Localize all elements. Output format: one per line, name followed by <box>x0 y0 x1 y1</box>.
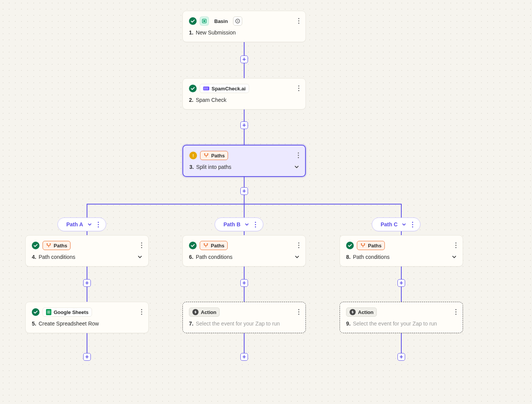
step-title: Split into paths <box>196 164 232 170</box>
status-warning-icon <box>189 152 197 159</box>
step-card-3-selected[interactable]: Paths 3.Split into paths <box>182 145 306 177</box>
paths-icon <box>203 243 209 248</box>
step-card-4[interactable]: Paths 4.Path conditions <box>25 235 149 267</box>
status-ok-icon <box>189 17 197 25</box>
step-menu-button[interactable] <box>296 151 300 160</box>
add-step-button[interactable]: + <box>240 279 248 287</box>
connector <box>401 231 402 235</box>
path-pill-c[interactable]: Path C <box>372 218 420 231</box>
step-number: 5. <box>32 321 36 327</box>
add-step-button[interactable]: + <box>83 279 91 287</box>
trigger-icon <box>233 16 242 26</box>
chevron-down-icon[interactable] <box>451 254 457 260</box>
add-step-button[interactable]: + <box>240 187 248 195</box>
step-title: Create Spreadsheet Row <box>39 321 99 327</box>
step-number: 4. <box>32 254 36 260</box>
step-menu-button[interactable] <box>140 307 144 316</box>
action-bolt-icon <box>350 309 356 315</box>
status-ok-icon <box>189 85 197 92</box>
app-chip: Google Sheets <box>43 307 92 317</box>
step-menu-button[interactable] <box>454 307 458 316</box>
step-number: 6. <box>189 254 194 260</box>
paths-chip: Paths <box>200 241 228 250</box>
svg-rect-3 <box>193 154 194 156</box>
step-title: Path conditions <box>196 254 233 260</box>
chevron-down-icon[interactable] <box>294 164 300 170</box>
add-step-button[interactable]: + <box>397 279 405 287</box>
add-step-button[interactable]: + <box>240 56 248 63</box>
add-step-button[interactable]: + <box>240 121 248 129</box>
basin-app-icon <box>200 16 209 26</box>
step-number: 8. <box>346 254 351 260</box>
step-number: 3. <box>189 164 194 170</box>
step-number: 1. <box>189 29 194 36</box>
step-placeholder: Select the event for your Zap to run <box>196 321 280 327</box>
paths-icon <box>204 153 209 158</box>
app-chip: Basin <box>212 16 230 26</box>
path-label: Path B <box>223 221 240 227</box>
app-chip: SpamCheck.ai <box>200 84 249 93</box>
step-card-2[interactable]: SpamCheck.ai 2.Spam Check <box>182 78 306 110</box>
path-label: Path A <box>66 221 83 227</box>
step-title: New Submission <box>196 29 236 36</box>
chevron-down-icon[interactable] <box>137 254 143 260</box>
step-menu-button[interactable] <box>140 241 144 250</box>
path-menu-button[interactable] <box>410 220 415 229</box>
chevron-down-icon[interactable] <box>401 222 407 227</box>
paths-icon <box>360 243 366 248</box>
connector <box>244 231 245 235</box>
step-menu-button[interactable] <box>297 16 301 25</box>
add-step-button[interactable]: + <box>397 353 405 361</box>
step-card-9-empty[interactable]: Action 9.Select the event for your Zap t… <box>340 302 463 333</box>
step-card-5[interactable]: Google Sheets 5.Create Spreadsheet Row <box>25 302 149 333</box>
step-title: Spam Check <box>196 97 227 103</box>
paths-chip: Paths <box>357 241 385 250</box>
step-menu-button[interactable] <box>297 241 301 250</box>
connector <box>87 231 87 235</box>
paths-chip: Paths <box>43 241 71 250</box>
path-pill-a[interactable]: Path A <box>57 218 106 231</box>
chevron-down-icon[interactable] <box>87 222 92 227</box>
path-menu-button[interactable] <box>96 220 100 229</box>
step-menu-button[interactable] <box>297 84 301 93</box>
action-bolt-icon <box>192 309 199 315</box>
step-number: 9. <box>346 321 351 327</box>
step-card-7-empty[interactable]: Action 7.Select the event for your Zap t… <box>182 302 306 333</box>
status-ok-icon <box>346 242 354 249</box>
step-title: Path conditions <box>353 254 390 260</box>
connector <box>87 204 87 218</box>
paths-chip: Paths <box>200 151 228 160</box>
path-label: Path C <box>381 221 397 227</box>
status-ok-icon <box>32 242 39 249</box>
chevron-down-icon[interactable] <box>244 222 250 227</box>
svg-rect-1 <box>204 20 205 22</box>
step-placeholder: Select the event for your Zap to run <box>353 321 437 327</box>
step-card-1[interactable]: Basin 1.New Submission <box>182 11 306 42</box>
path-menu-button[interactable] <box>253 220 258 229</box>
add-step-button[interactable]: + <box>240 353 248 361</box>
spamcheck-app-icon <box>203 87 209 90</box>
status-ok-icon <box>32 308 39 316</box>
google-sheets-icon <box>46 309 51 315</box>
status-ok-icon <box>189 242 197 249</box>
svg-point-4 <box>193 156 194 157</box>
step-number: 2. <box>189 97 194 103</box>
paths-icon <box>46 243 51 248</box>
chevron-down-icon[interactable] <box>294 254 300 260</box>
step-menu-button[interactable] <box>297 307 301 316</box>
step-menu-button[interactable] <box>454 241 458 250</box>
action-chip: Action <box>189 307 220 317</box>
step-number: 7. <box>189 321 194 327</box>
add-step-button[interactable]: + <box>83 353 91 361</box>
connector <box>244 204 245 218</box>
path-pill-b[interactable]: Path B <box>215 218 263 231</box>
step-card-8[interactable]: Paths 8.Path conditions <box>340 235 463 267</box>
step-title: Path conditions <box>39 254 76 260</box>
step-card-6[interactable]: Paths 6.Path conditions <box>182 235 306 267</box>
action-chip: Action <box>346 307 377 317</box>
connector <box>401 204 402 218</box>
